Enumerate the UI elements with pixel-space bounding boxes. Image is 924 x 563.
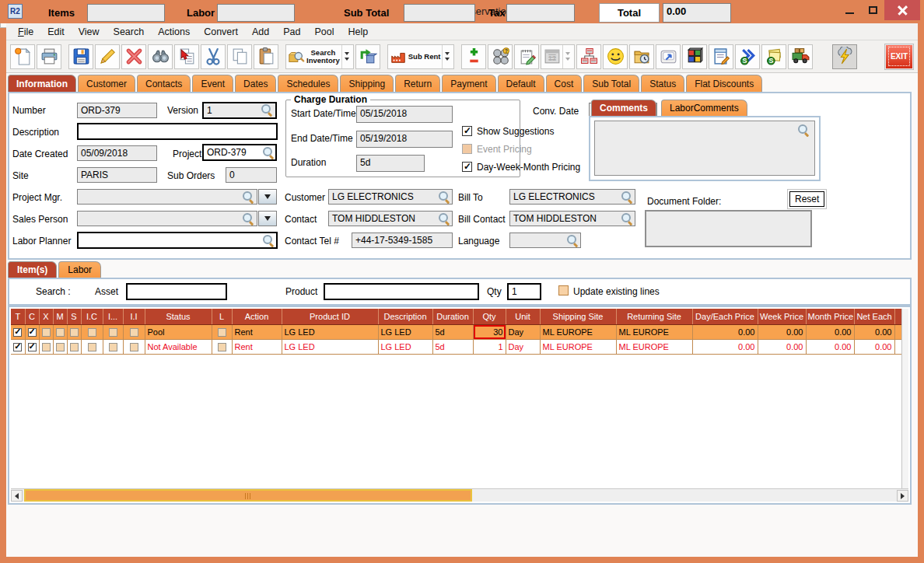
- flag-ic-checkbox[interactable]: [88, 343, 96, 351]
- sub-rent-dropdown[interactable]: [442, 45, 452, 68]
- document-edit-button[interactable]: [709, 44, 733, 69]
- col-ii[interactable]: I.I: [123, 309, 145, 324]
- scroll-right-button[interactable]: [897, 490, 908, 502]
- cell-product-id[interactable]: LG LED: [282, 339, 378, 354]
- tab-information[interactable]: Information: [8, 75, 76, 92]
- description-field[interactable]: [77, 123, 278, 140]
- cell-description[interactable]: LG LED: [378, 339, 432, 354]
- flag-i2-checkbox[interactable]: [109, 343, 117, 351]
- flag-x-checkbox[interactable]: [42, 328, 51, 337]
- show-suggestions-checkbox[interactable]: [462, 126, 472, 136]
- cell-net-each[interactable]: 0.00: [854, 339, 894, 354]
- col-i2[interactable]: I...: [103, 309, 123, 324]
- tab-labor-comments[interactable]: LaborComments: [661, 100, 747, 116]
- calendar-button[interactable]: 12: [541, 44, 575, 69]
- vertical-scrollbar[interactable]: [901, 309, 908, 488]
- sub-orders-field[interactable]: 0: [226, 167, 277, 183]
- menu-search[interactable]: Search: [107, 24, 152, 40]
- org-chart-button[interactable]: [576, 44, 601, 69]
- flag-x-checkbox[interactable]: [42, 343, 51, 351]
- exit-button[interactable]: EXIT: [885, 44, 913, 69]
- col-action[interactable]: Action: [232, 309, 282, 324]
- cell-week-price[interactable]: 0.00: [758, 339, 806, 354]
- cell-shipping-site[interactable]: ML EUROPE: [540, 339, 616, 354]
- search-inventory-dropdown[interactable]: [341, 45, 352, 68]
- save-button[interactable]: [68, 44, 93, 69]
- cell-action[interactable]: Rent: [232, 339, 282, 354]
- smiley-button[interactable]: [603, 44, 628, 69]
- add-remove-button[interactable]: [461, 44, 486, 69]
- minimize-button[interactable]: [838, 0, 861, 20]
- update-lines-checkbox[interactable]: [558, 285, 569, 295]
- customer-field[interactable]: LG ELECTRONICS: [328, 189, 453, 205]
- tab-labor[interactable]: Labor: [58, 261, 101, 278]
- duration-field[interactable]: 5d: [356, 155, 425, 172]
- print-button[interactable]: [37, 44, 61, 69]
- find-button[interactable]: [148, 44, 173, 69]
- tab-default[interactable]: Default: [498, 75, 544, 92]
- horizontal-scrollbar[interactable]: [11, 488, 908, 502]
- product-field[interactable]: [324, 283, 479, 300]
- menu-add[interactable]: Add: [245, 24, 276, 40]
- menu-view[interactable]: View: [72, 24, 107, 40]
- tab-cost[interactable]: Cost: [546, 75, 583, 92]
- col-ic[interactable]: I.C: [81, 309, 103, 324]
- convert-item-button[interactable]: [355, 44, 380, 69]
- cell-action[interactable]: Rent: [232, 324, 282, 339]
- price-forward-button[interactable]: S: [735, 44, 760, 69]
- tab-customer[interactable]: Customer: [78, 75, 135, 92]
- cell-description[interactable]: LG LED: [378, 324, 432, 339]
- cell-month-price[interactable]: 0.00: [806, 339, 854, 354]
- project-mgr-field[interactable]: [77, 189, 257, 205]
- cell-status[interactable]: Pool: [145, 324, 212, 339]
- col-l[interactable]: L: [212, 309, 232, 324]
- flag-ii-checkbox[interactable]: [130, 343, 138, 351]
- col-t[interactable]: T: [11, 309, 25, 324]
- flag-m-checkbox[interactable]: [56, 343, 65, 351]
- cell-qty[interactable]: 30: [473, 324, 506, 339]
- menu-file[interactable]: File: [11, 24, 40, 40]
- col-c[interactable]: C: [25, 309, 39, 324]
- cell-status[interactable]: Not Available: [145, 339, 212, 354]
- bill-contact-field[interactable]: TOM HIDDLESTON: [509, 211, 635, 226]
- inventory-cubes-button[interactable]: [682, 44, 707, 69]
- col-net-each[interactable]: Net Each: [854, 309, 894, 324]
- number-field[interactable]: ORD-379: [77, 103, 157, 118]
- col-duration[interactable]: Duration: [432, 309, 473, 324]
- tab-dates[interactable]: Dates: [235, 75, 276, 92]
- kit-components-button[interactable]: ?: [488, 44, 513, 69]
- language-lookup-icon[interactable]: [567, 235, 579, 247]
- flag-t-checkbox[interactable]: [13, 343, 22, 351]
- flag-i2-checkbox[interactable]: [109, 328, 117, 337]
- date-created-field[interactable]: 05/09/2018: [77, 145, 157, 161]
- cell-unit[interactable]: Day: [506, 324, 540, 339]
- tab-comments[interactable]: Comments: [591, 100, 656, 116]
- edit-button[interactable]: [95, 44, 120, 69]
- horizontal-scroll-thumb[interactable]: [24, 489, 472, 502]
- item-row[interactable]: Not Available Rent LG LED LG LED 5d 1 Da…: [11, 339, 903, 354]
- flag-ii-checkbox[interactable]: [130, 328, 138, 337]
- flag-ic-checkbox[interactable]: [88, 328, 96, 337]
- close-button[interactable]: [884, 0, 920, 20]
- menu-help[interactable]: Help: [341, 24, 376, 40]
- contact-field[interactable]: TOM HIDDLESTON: [328, 211, 453, 226]
- bill-to-field[interactable]: LG ELECTRONICS: [509, 189, 635, 205]
- item-row[interactable]: Pool Rent LG LED LG LED 5d 30 Day ML EUR…: [11, 324, 903, 339]
- tab-contacts[interactable]: Contacts: [137, 75, 191, 92]
- calendar-dropdown[interactable]: [562, 45, 572, 68]
- project-mgr-lookup-icon[interactable]: [243, 191, 254, 203]
- new-document-button[interactable]: [10, 44, 35, 69]
- qty-field[interactable]: [507, 283, 541, 300]
- truck-shipping-button[interactable]: [788, 44, 813, 69]
- labor-planner-field[interactable]: [77, 232, 278, 249]
- flag-s-checkbox[interactable]: [70, 328, 79, 337]
- contact-lookup-icon[interactable]: [439, 213, 450, 225]
- cell-duration[interactable]: 5d: [432, 324, 473, 339]
- menu-pad[interactable]: Pad: [276, 24, 307, 40]
- cell-returning-site[interactable]: ML EUROPE: [616, 339, 692, 354]
- tab-event[interactable]: Event: [192, 75, 233, 92]
- cell-qty[interactable]: 1: [473, 339, 506, 354]
- copy-special-button[interactable]: [174, 44, 199, 69]
- maximize-button[interactable]: [861, 0, 884, 20]
- col-week-price[interactable]: Week Price: [758, 309, 806, 324]
